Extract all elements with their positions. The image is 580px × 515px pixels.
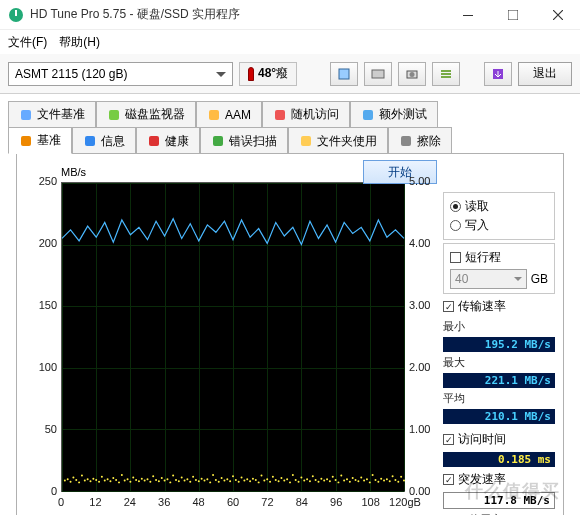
app-icon	[8, 7, 24, 23]
benchmark-chart	[61, 182, 405, 492]
svg-point-112	[318, 481, 320, 483]
options-button[interactable]	[432, 62, 460, 86]
svg-point-71	[201, 478, 203, 480]
screenshot-button[interactable]	[364, 62, 392, 86]
check-access-time[interactable]: 访问时间	[443, 430, 555, 449]
exit-button[interactable]: 退出	[518, 62, 572, 86]
tab-label: 基准	[37, 132, 61, 149]
tab-label: 额外测试	[379, 106, 427, 123]
svg-point-97	[275, 479, 277, 481]
svg-point-115	[326, 478, 328, 480]
radio-write[interactable]: 写入	[450, 216, 548, 235]
svg-point-98	[278, 480, 280, 482]
tab-健康[interactable]: 健康	[136, 127, 200, 154]
tab-擦除[interactable]: 擦除	[388, 127, 452, 154]
x-tick-label: 60	[227, 496, 239, 508]
svg-rect-21	[301, 136, 311, 146]
x-tick-label: 120gB	[389, 496, 421, 508]
short-stroke-select[interactable]: 40	[450, 269, 527, 289]
svg-point-130	[369, 481, 371, 483]
copy-info-button[interactable]	[330, 62, 358, 86]
title-bar: HD Tune Pro 5.75 - 硬盘/SSD 实用程序	[0, 0, 580, 30]
health-icon	[147, 134, 161, 148]
svg-point-78	[221, 477, 223, 479]
x-tick-label: 108	[361, 496, 379, 508]
tab-row-2: 基准信息健康错误扫描文件夹使用擦除	[8, 126, 572, 153]
svg-point-116	[329, 480, 331, 482]
value-avg: 210.1 MB/s	[443, 409, 555, 424]
svg-rect-16	[363, 110, 373, 120]
tab-AAM[interactable]: AAM	[196, 101, 262, 127]
svg-point-124	[352, 477, 354, 479]
check-burst-rate[interactable]: 突发速率	[443, 470, 555, 489]
label-min: 最小	[443, 319, 555, 334]
tab-错误扫描[interactable]: 错误扫描	[200, 127, 288, 154]
svg-point-128	[363, 480, 365, 482]
svg-point-41	[115, 479, 117, 481]
svg-point-119	[337, 481, 339, 483]
temperature-value: 48°癈	[258, 65, 288, 82]
value-burst-rate: 117.8 MB/s	[443, 492, 555, 509]
svg-rect-1	[15, 10, 17, 16]
tab-额外测试[interactable]: 额外测试	[350, 101, 438, 127]
svg-point-61	[172, 475, 174, 477]
svg-point-26	[72, 476, 74, 478]
svg-point-66	[186, 478, 188, 480]
svg-point-60	[169, 481, 171, 483]
svg-point-109	[309, 480, 311, 482]
svg-point-99	[280, 477, 282, 479]
value-access-time: 0.185 ms	[443, 452, 555, 467]
svg-rect-2	[463, 15, 473, 16]
drive-select[interactable]: ASMT 2115 (120 gB)	[8, 62, 233, 86]
tab-信息[interactable]: 信息	[72, 127, 136, 154]
svg-point-122	[346, 478, 348, 480]
tab-文件夹使用[interactable]: 文件夹使用	[288, 127, 388, 154]
tab-随机访问[interactable]: 随机访问	[262, 101, 350, 127]
short-stroke-unit: GB	[531, 272, 548, 286]
check-transfer-rate[interactable]: 传输速率	[443, 297, 555, 316]
tab-磁盘监视器[interactable]: 磁盘监视器	[96, 101, 196, 127]
svg-point-121	[343, 480, 345, 482]
svg-point-34	[95, 479, 97, 481]
tab-文件基准[interactable]: 文件基准	[8, 101, 96, 127]
x-tick-label: 36	[158, 496, 170, 508]
svg-point-58	[164, 480, 166, 482]
svg-point-91	[258, 481, 260, 483]
tab-基准[interactable]: 基准	[8, 127, 72, 154]
svg-point-94	[266, 478, 268, 480]
drive-select-value: ASMT 2115 (120 gB)	[15, 67, 128, 81]
svg-point-88	[249, 480, 251, 482]
menu-help[interactable]: 帮助(H)	[59, 34, 100, 51]
close-button[interactable]	[535, 0, 580, 30]
svg-point-42	[118, 481, 120, 483]
svg-point-132	[375, 479, 377, 481]
chart-svg	[62, 183, 404, 491]
svg-point-56	[158, 480, 160, 482]
svg-point-80	[226, 478, 228, 480]
svg-point-50	[141, 478, 143, 480]
x-tick-label: 48	[192, 496, 204, 508]
svg-point-96	[272, 476, 274, 478]
radio-read[interactable]: 读取	[450, 197, 548, 216]
camera-button[interactable]	[398, 62, 426, 86]
minimize-button[interactable]	[445, 0, 490, 30]
svg-point-44	[124, 480, 126, 482]
save-button[interactable]	[484, 62, 512, 86]
svg-rect-15	[275, 110, 285, 120]
menu-file[interactable]: 文件(F)	[8, 34, 47, 51]
svg-point-38	[107, 478, 109, 480]
y-left-tick-label: 250	[27, 175, 57, 187]
svg-point-29	[81, 475, 83, 477]
svg-point-86	[243, 480, 245, 482]
folder-icon	[299, 134, 313, 148]
check-short-stroke[interactable]: 短行程	[450, 248, 548, 267]
svg-rect-13	[109, 110, 119, 120]
svg-rect-9	[441, 73, 451, 75]
svg-point-107	[303, 480, 305, 482]
svg-point-72	[204, 480, 206, 482]
x-tick-label: 24	[124, 496, 136, 508]
maximize-button[interactable]	[490, 0, 535, 30]
svg-point-63	[178, 480, 180, 482]
svg-point-62	[175, 479, 177, 481]
svg-point-67	[189, 481, 191, 483]
